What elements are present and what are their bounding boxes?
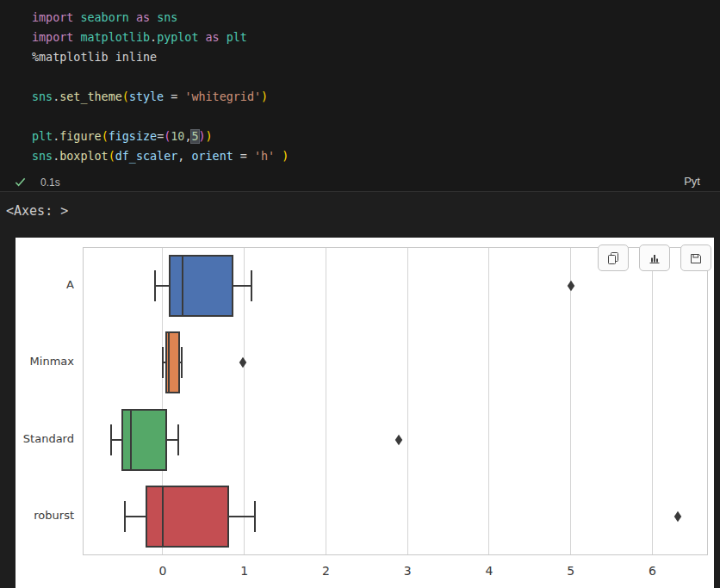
- boxplot-cap: [124, 501, 126, 532]
- boxplot-cap: [162, 347, 164, 378]
- boxplot-whisker: [233, 285, 251, 287]
- boxplot-median: [130, 411, 132, 469]
- x-tick-label: 6: [636, 564, 670, 578]
- boxplot-median: [182, 257, 183, 315]
- boxplot-box: [146, 486, 229, 548]
- output-toolbar: [598, 244, 711, 271]
- code-line: [32, 107, 289, 127]
- boxplot-canvas: 0123456AMinmaxStandardroburst: [16, 238, 714, 588]
- boxplot-cap: [177, 424, 179, 455]
- boxplot-cap: [251, 270, 252, 301]
- x-tick-label: 5: [554, 564, 588, 578]
- boxplot-cap: [110, 424, 112, 455]
- boxplot-median: [168, 333, 170, 392]
- category-label: A: [16, 278, 74, 291]
- boxplot-cap: [154, 270, 156, 301]
- x-tick-label: 1: [227, 564, 262, 578]
- boxplot-whisker: [125, 516, 146, 517]
- execution-duration: 0.1s: [40, 176, 60, 189]
- boxplot-cap: [181, 347, 183, 378]
- save-plot-button[interactable]: [680, 244, 711, 271]
- code-line: %matplotlib inline: [32, 47, 289, 67]
- boxplot-whisker: [166, 439, 178, 441]
- save-icon: [689, 251, 703, 265]
- code-cell[interactable]: import seaborn as snsimport matplotlib.p…: [0, 0, 720, 173]
- copy-icon: [606, 251, 620, 265]
- open-plot-viewer-button[interactable]: [639, 244, 670, 271]
- category-label: roburst: [16, 509, 74, 522]
- plot-output: 0123456AMinmaxStandardroburst: [16, 238, 714, 588]
- code-line: import matplotlib.pyplot as plt: [32, 28, 289, 47]
- category-label: Standard: [16, 432, 74, 445]
- boxplot-box: [169, 255, 233, 317]
- success-check-icon: [14, 176, 27, 189]
- code-line: [32, 67, 289, 87]
- cell-status-bar: 0.1s Pyt: [0, 173, 720, 191]
- category-label: Minmax: [16, 355, 74, 368]
- boxplot-whisker: [155, 285, 170, 287]
- text-output: <Axes: >: [6, 203, 68, 219]
- code-line: sns.set_theme(style = 'whitegrid'): [32, 87, 289, 107]
- code-line: plt.figure(figsize=(10,5)): [32, 127, 289, 146]
- code-editor[interactable]: import seaborn as snsimport matplotlib.p…: [32, 8, 289, 166]
- x-tick-label: 4: [472, 564, 506, 578]
- boxplot-whisker: [228, 516, 255, 517]
- x-tick-label: 2: [308, 564, 343, 578]
- x-tick-label: 3: [390, 564, 425, 578]
- code-line: import seaborn as sns: [32, 8, 289, 28]
- boxplot-whisker: [111, 439, 122, 441]
- x-tick-label: 0: [146, 564, 180, 578]
- code-line: sns.boxplot(df_scaler, orient = 'h' ): [32, 146, 289, 166]
- boxplot-cap: [254, 501, 256, 532]
- bar-chart-icon: [648, 251, 661, 265]
- boxplot-box: [165, 331, 180, 393]
- boxplot-box: [121, 409, 166, 471]
- copy-output-button[interactable]: [598, 244, 629, 271]
- boxplot-median: [162, 487, 164, 546]
- cell-language-label[interactable]: Pyt: [684, 175, 700, 188]
